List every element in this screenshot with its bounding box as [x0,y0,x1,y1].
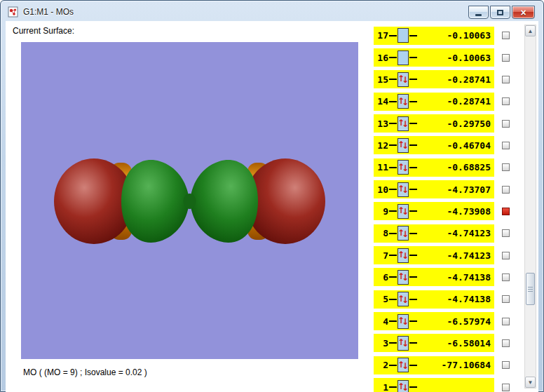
mo-row[interactable]: 4 ↑ ↓ -6.57974 [374,310,522,332]
mo-level-line-right [409,57,417,58]
mo-select-checkbox[interactable] [502,97,510,105]
mo-row[interactable]: 17 ↑ ↓ -0.10063 [374,25,522,46]
mo-lobes-left [54,158,189,244]
minimize-icon [475,14,482,16]
mo-energy: -6.57974 [418,316,491,327]
mo-occupancy-box[interactable]: ↑ ↓ [397,314,409,329]
electron-down-icon: ↓ [402,142,409,150]
mo-level-strip[interactable]: 12 ↑ ↓ -0.46704 [374,136,494,154]
mo-level-strip[interactable]: 6 ↑ ↓ -4.74138 [374,268,494,286]
scroll-up-button[interactable]: ▲ [525,25,536,36]
current-surface-label: Current Surface: [13,26,74,36]
mo-row[interactable]: 3 ↑ ↓ -6.58014 [374,332,522,354]
mo-number: 4 [376,316,388,327]
mo-level-strip[interactable]: 9 ↑ ↓ -4.73908 [374,202,494,220]
mo-occupancy-box[interactable]: ↑ ↓ [397,94,409,109]
mo-occupancy-box[interactable]: ↑ ↓ [397,72,409,87]
mo-level-strip[interactable]: 14 ↑ ↓ -0.28741 [374,93,494,111]
mo-select-checkbox[interactable] [502,384,510,391]
mo-row[interactable]: 11 ↑ ↓ -0.68825 [374,156,522,178]
mo-row[interactable]: 6 ↑ ↓ -4.74138 [374,266,522,288]
mo-row[interactable]: 10 ↑ ↓ -4.73707 [374,178,522,200]
mo-number: 9 [376,206,388,217]
scrollbar-thumb[interactable] [526,273,535,305]
mo-select-checkbox[interactable] [502,318,510,325]
mo-row[interactable]: 14 ↑ ↓ -0.28741 [374,90,522,112]
mo-row[interactable]: 13 ↑ ↓ -0.29750 [374,112,522,134]
mo-energy: -0.28741 [418,96,491,107]
close-button[interactable]: × [512,6,535,19]
mo-level-line-left [389,167,397,168]
mo-occupancy-box[interactable]: ↑ ↓ [397,160,409,175]
mo-level-strip[interactable]: 4 ↑ ↓ -6.57974 [374,312,494,330]
mo-level-strip[interactable]: 1 ↑ ↓ [374,378,494,392]
mo-row[interactable]: 2 ↑ ↓ -77.10684 [374,354,522,376]
mo-level-strip[interactable]: 2 ↑ ↓ -77.10684 [374,356,494,374]
mo-row[interactable]: 5 ↑ ↓ -4.74138 [374,288,522,310]
scroll-down-button[interactable]: ▼ [525,377,536,388]
mo-level-strip[interactable]: 13 ↑ ↓ -0.29750 [374,114,494,133]
mo-occupancy-box[interactable]: ↑ ↓ [397,380,409,392]
mo-row[interactable]: 12 ↑ ↓ -0.46704 [374,135,522,156]
mo-occupancy-box[interactable]: ↑ ↓ [397,50,409,65]
mo-select-checkbox[interactable] [502,186,510,194]
mo-occupancy-box[interactable]: ↑ ↓ [397,358,409,372]
mo-select-checkbox[interactable] [502,339,510,347]
minimize-button[interactable] [468,6,489,19]
mo-row[interactable]: 8 ↑ ↓ -4.74123 [374,222,522,244]
mo-level-strip[interactable]: 15 ↑ ↓ -0.28741 [374,70,494,88]
mo-select-checkbox[interactable] [502,229,510,237]
mo-level-strip[interactable]: 8 ↑ ↓ -4.74123 [374,224,494,243]
electron-down-icon: ↓ [402,273,409,282]
mo-level-line-right [409,276,417,278]
mo-level-line-right [409,233,417,234]
mo-level-strip[interactable]: 3 ↑ ↓ -6.58014 [374,334,494,352]
mo-select-checkbox[interactable] [502,252,510,259]
mo-number: 6 [376,272,388,283]
mo-row[interactable]: 9 ↑ ↓ -4.73908 [374,201,522,222]
mo-select-checkbox[interactable] [502,54,510,62]
mo-surface-render[interactable] [21,42,358,359]
mo-row[interactable]: 7 ↑ ↓ -4.74123 [374,244,522,266]
mo-level-strip[interactable]: 17 ↑ ↓ -0.10063 [374,27,494,45]
mo-row[interactable]: 1 ↑ ↓ [374,377,522,392]
mo-level-strip[interactable]: 5 ↑ ↓ -4.74138 [374,290,494,309]
mo-level-strip[interactable]: 16 ↑ ↓ -0.10063 [374,48,494,67]
mo-occupancy-box[interactable]: ↑ ↓ [397,336,409,351]
mo-occupancy-box[interactable]: ↑ ↓ [397,116,409,131]
mo-occupancy-box[interactable]: ↑ ↓ [397,292,409,306]
mo-level-strip[interactable]: 7 ↑ ↓ -4.74123 [374,246,494,264]
mo-row[interactable]: 16 ↑ ↓ -0.10063 [374,46,522,68]
mo-select-checkbox[interactable] [502,142,510,149]
mo-select-checkbox[interactable] [502,32,510,39]
mo-level-strip[interactable]: 10 ↑ ↓ -4.73707 [374,180,494,198]
mo-occupancy-box[interactable]: ↑ ↓ [397,226,409,241]
electron-down-icon: ↓ [402,120,409,128]
mo-select-checkbox[interactable] [502,295,510,303]
mo-energy: -4.73908 [418,206,491,217]
mo-occupancy-box[interactable]: ↑ ↓ [397,138,409,153]
mo-level-line-left [389,79,397,80]
maximize-button[interactable] [490,6,510,19]
mo-level-line-left [389,276,397,278]
mo-select-checkbox[interactable] [502,208,510,215]
mo-occupancy-box[interactable]: ↑ ↓ [397,204,409,219]
mo-occupancy-box[interactable]: ↑ ↓ [397,182,409,197]
mo-row[interactable]: 15 ↑ ↓ -0.28741 [374,69,522,90]
mo-select-checkbox[interactable] [502,273,510,281]
titlebar[interactable]: G1:M1 - MOs [1,1,543,22]
mo-energy: -4.73707 [418,184,491,195]
mo-select-checkbox[interactable] [502,76,510,83]
mo-energy: -4.74138 [418,272,491,283]
mo-list-scrollbar[interactable]: ▲ ▼ [524,25,536,388]
mo-lobes-right [190,158,325,244]
mo-occupancy-box[interactable]: ↑ ↓ [397,248,409,263]
mo-level-strip[interactable]: 11 ↑ ↓ -0.68825 [374,158,494,177]
mo-select-checkbox[interactable] [502,120,510,128]
mo-select-checkbox[interactable] [502,163,510,171]
mo-number: 17 [376,30,388,41]
mo-occupancy-box[interactable]: ↑ ↓ [397,270,409,285]
mo-occupancy-box[interactable]: ↑ ↓ [397,28,409,43]
mo-select-checkbox[interactable] [502,361,510,369]
close-icon: × [520,8,526,18]
